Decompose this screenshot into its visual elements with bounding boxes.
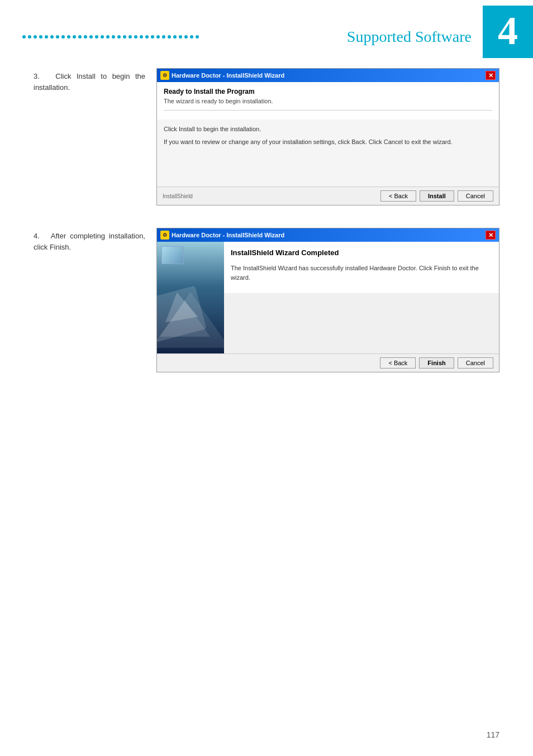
dialog-1-separator [164, 110, 492, 111]
header-dot [67, 35, 70, 39]
dialog-2-content-body: InstallShield Wizard Completed The Insta… [224, 242, 499, 293]
header-dot [45, 35, 48, 39]
step-3-text: 3. Click Install to begin the installati… [34, 68, 145, 93]
header-dot [196, 35, 199, 39]
dialog-1-title-left: ⚙ Hardware Doctor - InstallShield Wizard [160, 71, 284, 80]
hardware-doctor-icon-1: ⚙ [160, 71, 169, 80]
dialog-install-ready: ⚙ Hardware Doctor - InstallShield Wizard… [156, 68, 499, 205]
step-4-description: After completing installation, click Fin… [34, 232, 145, 251]
header-dot [112, 35, 115, 39]
dialog-2-right: InstallShield Wizard Completed The Insta… [224, 242, 499, 353]
header-dot [50, 35, 54, 39]
dialog-2-title-left: ⚙ Hardware Doctor - InstallShield Wizard [160, 231, 284, 240]
dialog-2-titlebar: ⚙ Hardware Doctor - InstallShield Wizard… [157, 228, 499, 242]
header-dot [84, 35, 87, 39]
dialog-2-finish-button[interactable]: Finish [419, 357, 454, 369]
dialog-1-buttons: < Back Install Cancel [380, 190, 493, 202]
header-dot [151, 35, 154, 39]
header-dot [162, 35, 165, 39]
step-3: 3. Click Install to begin the installati… [34, 68, 499, 205]
header-line: Supported Software 4 [0, 11, 533, 51]
header-dot [123, 35, 126, 39]
header-dot [73, 35, 76, 39]
header-dot [173, 35, 177, 39]
decorative-triangle-medium [160, 300, 210, 337]
header-dot [39, 35, 42, 39]
dialog-2-cancel-button[interactable]: Cancel [458, 357, 493, 369]
dialog-1-heading: Ready to Install the Program [164, 88, 492, 95]
dialog-1-cancel-button[interactable]: Cancel [458, 190, 493, 202]
step-4-text: 4. After completing installation, click … [34, 228, 145, 252]
dialog-1-back-button[interactable]: < Back [380, 190, 416, 202]
header-dot [190, 35, 193, 39]
header-dot [56, 35, 59, 39]
header-dot [140, 35, 143, 39]
header-dot [117, 35, 121, 39]
header-dot [28, 35, 31, 39]
header-dot [22, 35, 26, 39]
page-header: Supported Software 4 [0, 0, 533, 57]
dialog-1-titlebar: ⚙ Hardware Doctor - InstallShield Wizard… [157, 69, 499, 82]
step-4-number: 4. [34, 232, 47, 240]
dialog-2-close-button[interactable]: ✕ [486, 231, 496, 240]
header-dot [184, 35, 188, 39]
dialog-1-content-line-2: If you want to review or change any of y… [164, 138, 492, 146]
dialog-install-complete: ⚙ Hardware Doctor - InstallShield Wizard… [156, 228, 499, 372]
dialog-2-heading: InstallShield Wizard Completed [231, 248, 492, 257]
header-dot [145, 35, 149, 39]
header-dot [34, 35, 37, 39]
dialog-1-footer: InstallShield < Back Install Cancel [157, 186, 499, 205]
dotted-line [22, 35, 341, 39]
dialog-1-title-text: Hardware Doctor - InstallShield Wizard [172, 72, 284, 79]
dialog-2-title-text: Hardware Doctor - InstallShield Wizard [172, 232, 284, 238]
dialog-1-content-line-1: Click Install to begin the installation. [164, 125, 492, 133]
section-title: Supported Software [347, 28, 472, 46]
dialog-2-back-button[interactable]: < Back [380, 357, 416, 369]
dialog-1-close-button[interactable]: ✕ [486, 71, 496, 80]
dialog-2-footer: < Back Finish Cancel [157, 353, 499, 372]
dialog-2-image-panel [157, 242, 224, 353]
dialog-1-content-area: Click Install to begin the installation.… [157, 119, 499, 186]
header-dot [179, 35, 182, 39]
main-content: 3. Click Install to begin the installati… [0, 57, 533, 406]
header-dot [156, 35, 160, 39]
page-number: 117 [487, 730, 499, 739]
header-dot [101, 35, 104, 39]
header-dot [89, 35, 93, 39]
dialog-2-body-container: InstallShield Wizard Completed The Insta… [157, 242, 499, 353]
header-dot [95, 35, 98, 39]
dialog-1-body: Ready to Install the Program The wizard … [157, 82, 499, 119]
chapter-number: 4 [483, 6, 533, 56]
dialog-1-install-button[interactable]: Install [420, 190, 454, 202]
step-3-description: Click Install to begin the installation. [34, 72, 145, 92]
step-4: 4. After completing installation, click … [34, 228, 499, 372]
dialog-1-footer-label: InstallShield [163, 193, 193, 199]
header-dot [61, 35, 65, 39]
dialog-2-content-line-1: The InstallShield Wizard has successfull… [231, 264, 492, 282]
header-dot [134, 35, 137, 39]
step-3-number: 3. [34, 72, 50, 80]
installshield-image-icon [161, 246, 184, 264]
dialog-2-buttons: < Back Finish Cancel [380, 357, 493, 369]
header-dot [129, 35, 132, 39]
dialog-1-subheading: The wizard is ready to begin installatio… [164, 98, 492, 104]
header-dot [78, 35, 82, 39]
hardware-doctor-icon-2: ⚙ [160, 231, 169, 240]
header-dot [168, 35, 171, 39]
header-dot [106, 35, 110, 39]
